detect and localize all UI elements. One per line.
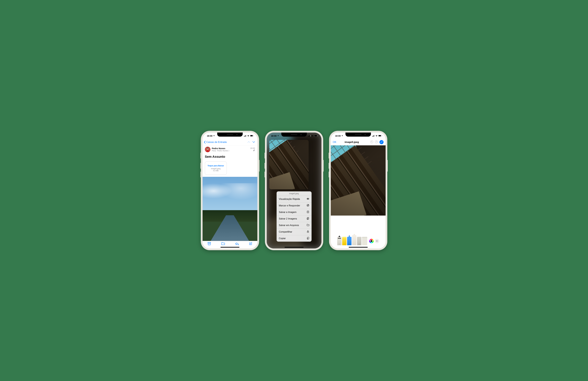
- svg-rect-9: [207, 148, 208, 149]
- save-multi-icon: [307, 217, 309, 220]
- avatar: [205, 147, 210, 152]
- inline-image[interactable]: [203, 177, 257, 241]
- menu-item-label: Copiar: [279, 237, 286, 240]
- home-indicator[interactable]: [220, 247, 239, 248]
- svg-point-33: [375, 140, 378, 143]
- svg-rect-24: [308, 237, 309, 239]
- home-indicator[interactable]: [349, 247, 368, 248]
- markup-toolbar: 97 55 50 +: [331, 237, 386, 248]
- share-icon: [307, 230, 309, 234]
- menu-item-folder[interactable]: Salvar em Arquivos: [277, 222, 312, 229]
- menu-item-eye[interactable]: Visualização Rápida: [277, 196, 312, 202]
- markup-icon: [307, 204, 309, 207]
- menu-item-label: Salvar em Arquivos: [279, 224, 299, 227]
- signal-icon: [244, 135, 247, 137]
- location-icon: [277, 135, 279, 137]
- svg-rect-10: [208, 242, 211, 243]
- wifi-icon: [247, 135, 250, 137]
- add-tool-button[interactable]: +: [375, 239, 379, 243]
- reply-button[interactable]: [235, 242, 239, 246]
- status-time: 18:00: [335, 135, 341, 137]
- redo-button[interactable]: [375, 140, 378, 144]
- back-button[interactable]: Caixas de Entrada: [204, 141, 227, 144]
- subject: Sem Assunto: [203, 153, 257, 161]
- svg-rect-2: [245, 135, 246, 137]
- svg-rect-31: [382, 136, 382, 136]
- menu-item-save[interactable]: Salvar a Imagem: [277, 209, 312, 216]
- sender-name: Pedro Nunes: [212, 147, 249, 150]
- svg-rect-13: [310, 135, 310, 137]
- markup-button[interactable]: [379, 140, 383, 144]
- svg-rect-16: [315, 135, 317, 136]
- location-icon: [213, 135, 215, 137]
- pencil-tool[interactable]: 55: [347, 237, 352, 245]
- svg-rect-6: [253, 136, 254, 136]
- signal-icon: [308, 135, 311, 137]
- copy-icon: [307, 237, 309, 240]
- chevron-right-icon: [228, 150, 229, 151]
- menu-item-label: Visualização Rápida: [279, 198, 300, 201]
- nav-bar: Caixas de Entrada: [203, 139, 257, 145]
- wifi-icon: [311, 135, 314, 137]
- status-time: 18:00: [271, 135, 277, 137]
- marker-tool[interactable]: [342, 237, 347, 245]
- attachment-size: 4,5 MB: [207, 170, 225, 172]
- signal-icon: [372, 135, 375, 137]
- menu-item-label: Salvar 2 Imagens: [279, 218, 297, 220]
- menu-item-save-multi[interactable]: Salvar 2 Imagens: [277, 216, 312, 222]
- battery-icon: [250, 135, 254, 137]
- lasso-tool[interactable]: 50: [357, 237, 361, 245]
- eraser-tool[interactable]: [352, 235, 357, 245]
- message-time: 18:00: [250, 147, 255, 149]
- menu-item-label: Marcar e Responder: [279, 204, 300, 207]
- menu-title: image0.jpeg: [277, 191, 312, 196]
- nav-bar: OK image0.jpeg: [331, 139, 386, 145]
- pen-tool[interactable]: 97: [337, 237, 342, 245]
- attachment-action: Toque para Baixar: [207, 165, 225, 167]
- move-button[interactable]: [221, 242, 225, 246]
- svg-rect-30: [378, 135, 381, 136]
- attachment-name: image0.jpeg: [207, 168, 225, 170]
- svg-rect-17: [318, 136, 318, 136]
- menu-item-share[interactable]: Compartilhar: [277, 229, 312, 235]
- svg-rect-14: [310, 135, 311, 137]
- recipients-row[interactable]: Para: Pedro Nunes: [212, 150, 249, 152]
- folder-icon: [307, 224, 309, 227]
- next-message-button[interactable]: [251, 141, 256, 143]
- ruler-tool[interactable]: [362, 237, 367, 245]
- color-picker[interactable]: [369, 239, 374, 243]
- paperclip-icon: [253, 149, 255, 151]
- svg-rect-28: [374, 135, 375, 137]
- save-icon: [307, 211, 309, 214]
- status-time: 18:00: [207, 135, 212, 137]
- svg-rect-27: [374, 135, 374, 137]
- menu-item-label: Compartilhar: [279, 231, 292, 233]
- svg-rect-26: [373, 136, 373, 137]
- chevron-left-icon: [204, 141, 206, 144]
- image-preview[interactable]: [269, 140, 309, 189]
- location-icon: [341, 135, 343, 137]
- attachment-download[interactable]: Toque para Baixar image0.jpeg 4,5 MB: [205, 161, 227, 175]
- back-label: Caixas de Entrada: [206, 141, 227, 144]
- svg-rect-1: [245, 136, 245, 137]
- image-canvas[interactable]: [331, 145, 386, 237]
- undo-button[interactable]: [370, 140, 373, 144]
- message-header[interactable]: Pedro Nunes Para: Pedro Nunes 18:00: [203, 145, 257, 153]
- svg-rect-5: [250, 135, 253, 136]
- svg-rect-25: [372, 136, 373, 137]
- svg-point-19: [308, 199, 308, 199]
- menu-item-markup[interactable]: Marcar e Responder: [277, 202, 312, 209]
- archive-button[interactable]: [208, 242, 211, 246]
- menu-item-copy[interactable]: Copiar: [277, 235, 312, 242]
- battery-icon: [314, 135, 318, 137]
- wifi-icon: [375, 135, 378, 137]
- eye-icon: [307, 198, 309, 201]
- prev-message-button[interactable]: [246, 141, 251, 143]
- svg-rect-0: [244, 136, 244, 137]
- home-indicator[interactable]: [285, 247, 304, 248]
- svg-rect-12: [309, 136, 309, 137]
- context-menu: image0.jpeg Visualização RápidaMarcar e …: [269, 191, 319, 248]
- menu-item-label: Salvar a Imagem: [279, 211, 296, 214]
- file-title: image0.jpeg: [335, 141, 369, 144]
- compose-button[interactable]: [249, 242, 252, 246]
